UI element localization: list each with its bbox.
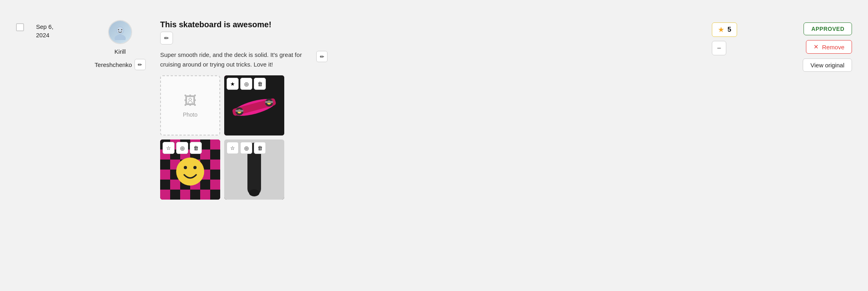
select-checkbox[interactable]: [16, 23, 24, 31]
image-icon: 🖼: [184, 93, 197, 108]
svg-rect-32: [190, 190, 200, 200]
photo-1-star-button[interactable]: ★: [227, 78, 239, 90]
star-outline-icon: ☆: [230, 145, 235, 151]
eye-icon: ◎: [180, 145, 185, 151]
svg-rect-33: [210, 190, 220, 200]
svg-rect-13: [265, 101, 273, 103]
photo-2-view-button[interactable]: ◎: [176, 142, 188, 154]
remove-button[interactable]: ✕ Remove: [806, 40, 852, 54]
avatar: [108, 20, 132, 44]
photo-item-2: ☆ ◎ 🗑: [160, 139, 220, 200]
remove-label: Remove: [822, 44, 844, 51]
review-date: Sep 6, 2024: [36, 22, 80, 39]
svg-rect-31: [170, 190, 180, 200]
svg-rect-12: [235, 110, 243, 112]
title-row: This skateboard is awesome!: [160, 20, 700, 29]
title-edit-button[interactable]: ✏: [160, 32, 173, 44]
content-col: This skateboard is awesome! ✏ Super smoo…: [160, 20, 700, 200]
actions-col: APPROVED ✕ Remove View original: [772, 20, 852, 72]
svg-rect-22: [160, 160, 170, 170]
svg-point-2: [115, 34, 126, 40]
eye-icon: ◎: [244, 145, 249, 151]
author-edit-button[interactable]: ✏: [135, 59, 146, 70]
photo-1-actions: ★ ◎ 🗑: [227, 78, 266, 90]
pencil-icon: ✏: [164, 35, 169, 41]
svg-rect-40: [249, 189, 259, 196]
photo-placeholder: 🖼 Photo: [160, 75, 220, 135]
rating-col: ★ 5 −: [712, 20, 760, 55]
star-icon: ★: [718, 25, 724, 34]
svg-rect-30: [200, 180, 210, 190]
avatar-image: [109, 21, 131, 43]
rating-badge: ★ 5: [712, 22, 737, 37]
approved-badge: APPROVED: [804, 22, 852, 35]
photo-item-1: ★ ◎ 🗑: [224, 75, 284, 135]
photo-1-view-button[interactable]: ◎: [240, 78, 252, 90]
minus-icon: −: [717, 44, 721, 53]
svg-rect-21: [210, 150, 220, 160]
svg-rect-28: [160, 180, 170, 190]
date-col: Sep 6, 2024: [36, 20, 80, 39]
svg-point-35: [184, 166, 187, 169]
trash-icon: 🗑: [193, 145, 199, 151]
photo-2-delete-button[interactable]: 🗑: [190, 142, 202, 154]
svg-point-3: [118, 29, 119, 30]
close-icon: ✕: [814, 43, 819, 51]
view-original-button[interactable]: View original: [803, 59, 852, 72]
star-outline-icon: ☆: [166, 145, 171, 151]
eye-icon: ◎: [244, 81, 249, 87]
body-row: Super smooth ride, and the deck is solid…: [160, 50, 700, 69]
photo-item-3: ☆ ◎ 🗑: [224, 139, 284, 200]
checkbox-col: [16, 20, 24, 31]
photo-label: Photo: [183, 111, 198, 118]
svg-point-34: [176, 158, 204, 186]
author-lastname-row: Tereshchenko ✏: [94, 59, 145, 70]
minus-button[interactable]: −: [712, 41, 726, 55]
author-name-row: Kirill: [115, 48, 126, 55]
rating-number: 5: [727, 26, 731, 34]
pencil-icon: ✏: [320, 54, 324, 60]
photo-1-delete-button[interactable]: 🗑: [254, 78, 266, 90]
photo-2-star-button[interactable]: ☆: [163, 142, 175, 154]
pencil-icon: ✏: [138, 62, 142, 68]
photo-3-delete-button[interactable]: 🗑: [254, 142, 266, 154]
photo-3-actions: ☆ ◎ 🗑: [227, 142, 266, 154]
svg-rect-27: [210, 170, 220, 180]
svg-point-4: [121, 29, 123, 30]
photo-2-actions: ☆ ◎ 🗑: [163, 142, 202, 154]
author-col: Kirill Tereshchenko ✏: [92, 20, 148, 70]
review-title: This skateboard is awesome!: [160, 20, 271, 29]
body-edit-button[interactable]: ✏: [316, 51, 328, 62]
review-card: Sep 6, 2024 Kirill Tereshchenko: [0, 8, 868, 291]
trash-icon: 🗑: [257, 81, 263, 87]
star-filled-icon: ★: [230, 81, 235, 87]
svg-point-36: [193, 166, 197, 169]
review-body: Super smooth ride, and the deck is solid…: [160, 50, 312, 69]
photos-grid: 🖼 Photo: [160, 75, 700, 200]
trash-icon: 🗑: [257, 145, 263, 151]
photo-3-view-button[interactable]: ◎: [240, 142, 252, 154]
photo-3-star-button[interactable]: ☆: [227, 142, 239, 154]
author-last-name: Tereshchenko: [94, 61, 132, 68]
author-first-name: Kirill: [115, 48, 126, 55]
